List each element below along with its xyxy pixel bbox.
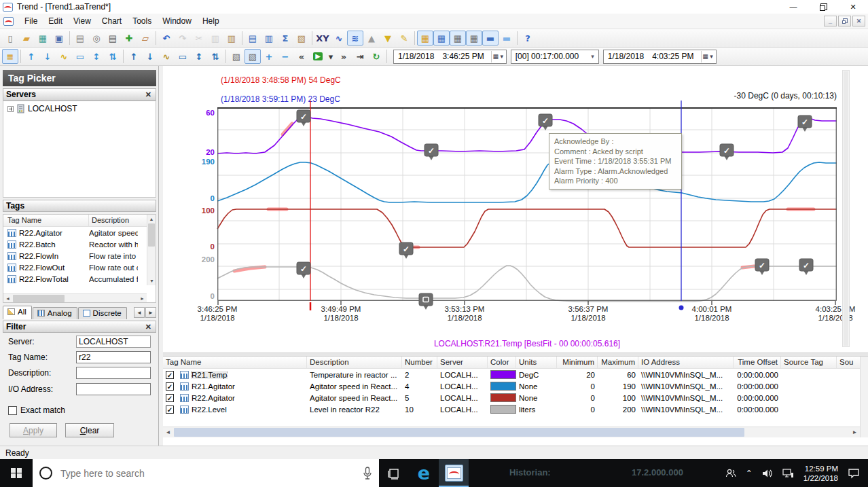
filter-io-input[interactable] xyxy=(76,383,151,395)
alarm-acknowledged-marker[interactable]: ✓ xyxy=(755,259,769,275)
table-row[interactable]: ✓R21.AgitatorAgitator speed in React...4… xyxy=(163,380,868,392)
start-calendar-dropdown[interactable]: ▦ ▾ xyxy=(491,51,505,62)
scrollbar-thumb[interactable] xyxy=(13,295,65,302)
print-setup-button[interactable]: ▤ xyxy=(72,31,88,46)
mdi-restore-button[interactable] xyxy=(838,16,851,26)
scroll-right-icon[interactable]: ► xyxy=(138,294,147,303)
table-column-server[interactable]: Server xyxy=(437,357,488,368)
refresh-button[interactable]: ↻ xyxy=(368,49,384,64)
mdi-close-button[interactable]: ✕ xyxy=(852,16,865,26)
table-vertical-scrollbar[interactable] xyxy=(860,357,868,437)
toggle-tag-picker-panel-button[interactable]: ▦ xyxy=(433,31,450,46)
alarm-acknowledged-marker[interactable]: ✓ xyxy=(297,110,310,126)
rubber-band-zoom-button[interactable]: ▧ xyxy=(228,49,245,64)
undo-button[interactable]: ↶ xyxy=(158,31,175,46)
jump-to-end-button[interactable]: ⇥ xyxy=(352,49,368,64)
table-column-number[interactable]: Number xyxy=(402,357,437,368)
scroll-down-icon[interactable]: ▼ xyxy=(147,276,156,285)
table-column-time-offset[interactable]: Time Offset xyxy=(734,357,781,368)
filter-description-input[interactable] xyxy=(76,367,151,379)
people-icon[interactable] xyxy=(725,468,736,479)
menu-edit[interactable]: Edit xyxy=(43,14,68,28)
highlight-pen-button[interactable]: ✎ xyxy=(396,31,412,46)
pen-visible-checkbox[interactable]: ✓ xyxy=(166,382,174,391)
start-button[interactable] xyxy=(0,459,33,487)
copy-button[interactable]: ▥ xyxy=(207,31,223,46)
print-button[interactable]: ▤ xyxy=(105,31,121,46)
xy-plot-button[interactable]: XY xyxy=(314,31,331,46)
play-live-button[interactable]: ▶ xyxy=(310,49,326,64)
pen-visible-checkbox[interactable]: ✓ xyxy=(166,405,174,414)
end-calendar-dropdown[interactable]: ▦ ▾ xyxy=(701,51,715,62)
toggle-grid-vertical-button[interactable]: ▦ xyxy=(466,31,482,46)
tags-column-name[interactable]: Tag Name xyxy=(3,215,89,226)
stacked-trend-button[interactable]: ≋ xyxy=(347,31,363,46)
paste-button[interactable]: ▥ xyxy=(223,31,240,46)
table-column-source-tag[interactable]: Source Tag xyxy=(781,357,837,368)
alarm-acknowledged-marker[interactable]: ✓ xyxy=(539,114,552,130)
filter-tagname-input[interactable] xyxy=(76,351,151,363)
menu-file[interactable]: File xyxy=(19,14,43,28)
toggle-legend-button[interactable]: ▦ xyxy=(417,31,433,46)
menu-chart[interactable]: Chart xyxy=(96,14,127,28)
add-pen-button[interactable]: ✚ xyxy=(121,31,137,46)
play-options-button[interactable]: ▾ xyxy=(326,49,336,64)
table-row[interactable]: ✓R22.LevelLevel in reactor R2210LOCALH..… xyxy=(163,403,868,415)
autoscale-all-button[interactable]: ∿ xyxy=(158,49,175,64)
table-row[interactable]: ✓R21.TempTemperature in reactor ...2LOCA… xyxy=(163,369,868,380)
cut-button[interactable]: ✂ xyxy=(191,31,207,46)
scroll-left-icon[interactable]: ◄ xyxy=(163,427,173,437)
zoom-out-button[interactable]: − xyxy=(277,49,293,64)
servers-close-icon[interactable]: ✕ xyxy=(144,90,153,99)
start-time-field[interactable]: 1/18/2018 3:46:25 PM ▦ ▾ xyxy=(393,50,507,64)
table-horizontal-scrollbar[interactable]: ◄ ► xyxy=(163,427,860,437)
pen-color-swatch[interactable] xyxy=(490,370,516,379)
menu-help[interactable]: Help xyxy=(197,14,225,28)
scale-move-down-button[interactable]: ↓ xyxy=(39,49,56,64)
open-file-button[interactable]: ▰ xyxy=(18,31,35,46)
menu-view[interactable]: View xyxy=(68,14,96,28)
scroll-left-icon[interactable]: ◄ xyxy=(3,294,12,303)
tree-expand-icon[interactable] xyxy=(7,106,14,112)
print-preview-button[interactable]: ◎ xyxy=(88,31,105,46)
microphone-icon[interactable] xyxy=(363,467,372,480)
tag-down-button[interactable]: ▼ xyxy=(380,31,396,46)
scale-all-down-button[interactable]: ↓ xyxy=(142,49,158,64)
end-time-field[interactable]: 1/18/2018 4:03:25 PM ▦ ▾ xyxy=(603,50,717,64)
tag-picker-toggle-button[interactable]: ≡ xyxy=(2,49,18,64)
pen-color-swatch[interactable] xyxy=(490,382,516,391)
task-view-button[interactable] xyxy=(379,459,409,487)
alarm-acknowledged-marker[interactable]: ✓ xyxy=(720,144,734,160)
tag-list-item[interactable]: R22.AgitatorAgitator speed xyxy=(3,227,156,238)
table-column-description[interactable]: Description xyxy=(307,357,402,368)
tags-horizontal-scrollbar[interactable]: ◄ ► xyxy=(3,293,147,302)
table-column-tag-name[interactable]: Tag Name xyxy=(163,357,307,368)
tab-discrete[interactable]: Discrete xyxy=(78,307,127,319)
scrollbar-thumb[interactable] xyxy=(174,428,744,437)
table-row[interactable]: ✓R22.AgitatorAgitator speed in React...5… xyxy=(163,392,868,403)
network-icon[interactable] xyxy=(782,469,794,478)
scroll-up-icon[interactable]: ▲ xyxy=(147,215,156,223)
filter-server-input[interactable] xyxy=(76,336,151,348)
alarm-acknowledged-marker[interactable]: ✓ xyxy=(297,262,310,278)
toggle-time-bar-button[interactable]: ▬ xyxy=(482,31,499,46)
notification-icon[interactable] xyxy=(848,468,860,479)
line-trend-button[interactable]: ∿ xyxy=(331,31,347,46)
pen-visible-checkbox[interactable]: ✓ xyxy=(166,394,174,402)
scale-box-button[interactable]: ▭ xyxy=(72,49,88,64)
copy-trend-button[interactable]: ▱ xyxy=(137,31,153,46)
search-input[interactable] xyxy=(59,467,356,480)
save-button[interactable]: ▣ xyxy=(51,31,67,46)
scale-all-compress-button[interactable]: ⇅ xyxy=(207,49,223,64)
scale-all-up-button[interactable]: ↑ xyxy=(126,49,142,64)
tab-all[interactable]: All xyxy=(3,306,32,319)
taskbar-clock[interactable]: 12:59 PM 1/22/2018 xyxy=(803,464,838,483)
tab-analog[interactable]: Analog xyxy=(33,307,77,319)
help-button[interactable]: ? xyxy=(520,31,536,46)
table-column-io-address[interactable]: IO Address xyxy=(638,357,734,368)
scale-all-box-button[interactable]: ▭ xyxy=(175,49,191,64)
alarm-acknowledged-marker[interactable]: ✓ xyxy=(399,242,413,259)
pen-color-swatch[interactable] xyxy=(490,405,516,414)
alarm-acknowledged-marker[interactable]: ✓ xyxy=(424,144,438,160)
statistics-button[interactable]: Σ xyxy=(277,31,293,46)
